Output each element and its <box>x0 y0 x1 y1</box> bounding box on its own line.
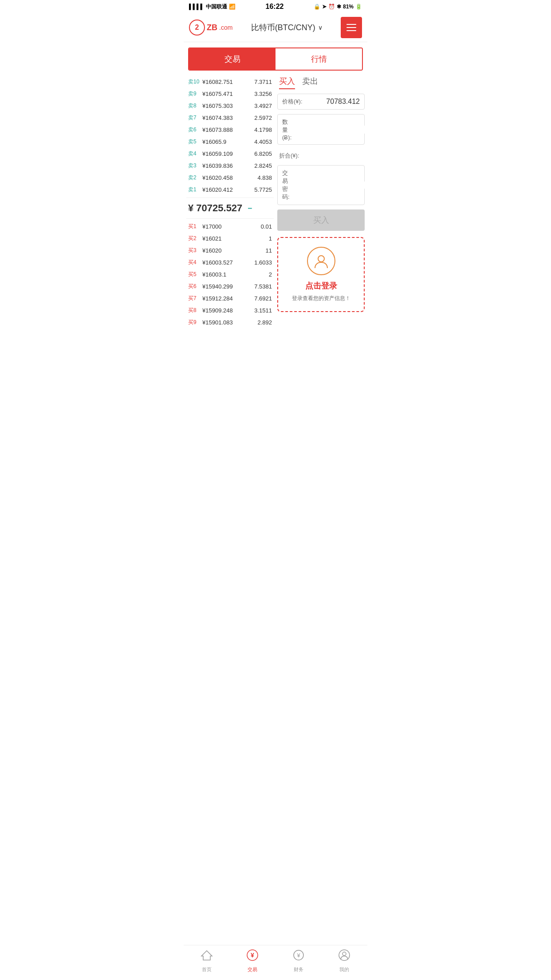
sell-qty: 7.3711 <box>254 79 272 85</box>
dropdown-arrow-icon: ∨ <box>318 24 323 31</box>
sell-qty: 6.8205 <box>254 150 272 157</box>
buy-price: ¥15909.248 <box>201 307 254 314</box>
sell-label: 卖7 <box>188 114 201 122</box>
buy-order-row[interactable]: 买1 ¥17000 0.01 <box>186 221 274 233</box>
location-icon: ➤ <box>322 4 327 10</box>
login-avatar <box>307 247 335 275</box>
svg-point-0 <box>318 256 324 262</box>
buy-qty: 11 <box>266 247 272 254</box>
sell-label: 卖5 <box>188 138 201 146</box>
sell-order-row[interactable]: 卖7 ¥16074.383 2.5972 <box>186 112 274 124</box>
login-panel: 点击登录 登录查看您的资产信息！ <box>277 237 365 312</box>
buy-order-row[interactable]: 买6 ¥15940.299 7.5381 <box>186 281 274 292</box>
sell-order-row[interactable]: 卖10 ¥16082.751 7.3711 <box>186 76 274 88</box>
logo-com: .com <box>219 24 232 31</box>
user-icon <box>313 253 329 269</box>
buy-order-row[interactable]: 买7 ¥15912.284 7.6921 <box>186 292 274 304</box>
sell-qty: 4.1798 <box>254 126 272 133</box>
sell-label: 卖4 <box>188 150 201 158</box>
password-row[interactable]: 交易密码: <box>277 165 365 205</box>
sell-label: 卖1 <box>188 186 201 194</box>
buy-qty: 2 <box>269 271 272 278</box>
login-link[interactable]: 点击登录 <box>283 281 359 291</box>
time: 16:22 <box>266 3 284 11</box>
logo-circle: 2 <box>189 20 205 36</box>
buy-order-row[interactable]: 买2 ¥16021 1 <box>186 233 274 245</box>
total-row: 折合(¥): <box>277 149 365 162</box>
sell-qty: 3.4927 <box>254 103 272 109</box>
buy-qty: 0.01 <box>261 223 272 230</box>
menu-button[interactable] <box>341 17 362 38</box>
price-row: 价格(¥): 70783.412 <box>277 94 365 110</box>
sell-qty: 2.5972 <box>254 115 272 121</box>
sell-order-row[interactable]: 卖2 ¥16020.458 4.838 <box>186 172 274 184</box>
sell-order-row[interactable]: 卖6 ¥16073.888 4.1798 <box>186 124 274 136</box>
sell-price: ¥16020.458 <box>201 174 257 181</box>
menu-line-1 <box>346 24 356 25</box>
logo-symbol: 2 <box>195 24 199 32</box>
qty-label: 数量(Ƀ): <box>282 118 291 141</box>
buy-qty: 7.6921 <box>254 295 272 302</box>
buy-order-row[interactable]: 买3 ¥16020 11 <box>186 245 274 257</box>
password-input[interactable] <box>290 182 367 189</box>
buy-qty: 1 <box>269 235 272 242</box>
sell-price: ¥16082.751 <box>201 79 254 85</box>
sell-order-row[interactable]: 卖4 ¥16059.109 6.8205 <box>186 148 274 160</box>
carrier: 中国联通 <box>206 3 227 11</box>
buy-order-row[interactable]: 买4 ¥16003.527 1.6033 <box>186 257 274 269</box>
alarm-icon: ⏰ <box>328 4 335 10</box>
sell-qty: 5.7725 <box>254 186 272 193</box>
buy-label: 买7 <box>188 295 201 302</box>
wifi-icon: 📶 <box>229 4 236 10</box>
mid-price-direction: － <box>246 203 254 213</box>
buy-price: ¥15912.284 <box>201 295 254 302</box>
buy-order-row[interactable]: 买8 ¥15909.248 3.1511 <box>186 304 274 316</box>
sell-price: ¥16075.471 <box>201 91 254 97</box>
sell-label: 卖3 <box>188 162 201 170</box>
buy-price: ¥15940.299 <box>201 283 254 290</box>
sell-order-row[interactable]: 卖1 ¥16020.412 5.7725 <box>186 184 274 196</box>
tab-market[interactable]: 行情 <box>276 48 362 70</box>
mid-price-value: ¥ 70725.527 <box>188 202 242 214</box>
sell-price: ¥16075.303 <box>201 103 254 109</box>
sell-label: 卖8 <box>188 102 201 110</box>
sell-order-row[interactable]: 卖5 ¥16065.9 4.4053 <box>186 136 274 148</box>
buy-order-row[interactable]: 买9 ¥15901.083 2.892 <box>186 316 274 328</box>
buy-qty: 1.6033 <box>254 259 272 266</box>
buy-price: ¥15901.083 <box>201 319 257 326</box>
sell-qty: 4.838 <box>257 174 272 181</box>
sell-order-row[interactable]: 卖3 ¥16039.836 2.8245 <box>186 160 274 172</box>
sell-order-row[interactable]: 卖9 ¥16075.471 3.3256 <box>186 88 274 100</box>
sell-price: ¥16039.836 <box>201 162 254 169</box>
buy-order-row[interactable]: 买5 ¥16003.1 2 <box>186 269 274 281</box>
order-book: 卖10 ¥16082.751 7.3711 卖9 ¥16075.471 3.32… <box>186 76 274 328</box>
password-label: 交易密码: <box>282 169 290 201</box>
buy-label: 买8 <box>188 307 201 314</box>
battery-icon: 🔋 <box>355 4 362 10</box>
lock-icon: 🔒 <box>314 4 320 10</box>
buy-label: 买9 <box>188 319 201 326</box>
sell-label: 卖2 <box>188 174 201 182</box>
qty-input[interactable] <box>291 126 367 134</box>
battery-percent: 81% <box>343 4 354 10</box>
logo[interactable]: 2 ZB.com <box>189 20 232 36</box>
sell-order-row[interactable]: 卖8 ¥16075.303 3.4927 <box>186 100 274 112</box>
sell-label: 卖10 <box>188 78 201 86</box>
buy-orders: 买1 ¥17000 0.01 买2 ¥16021 1 买3 ¥16020 11 … <box>186 221 274 328</box>
buy-label: 买6 <box>188 283 201 290</box>
header-title[interactable]: 比特币(BTC/CNY) ∨ <box>251 22 323 33</box>
sell-label: 卖9 <box>188 90 201 98</box>
menu-line-3 <box>346 30 356 31</box>
status-right: 🔒 ➤ ⏰ ✱ 81% 🔋 <box>314 4 362 10</box>
sell-price: ¥16074.383 <box>201 115 254 121</box>
tab-trade[interactable]: 交易 <box>189 48 276 70</box>
buy-qty: 3.1511 <box>254 307 272 314</box>
tab-buy[interactable]: 买入 <box>279 76 295 89</box>
tab-sell[interactable]: 卖出 <box>302 76 318 89</box>
buy-price: ¥16003.527 <box>201 259 254 266</box>
total-label: 折合(¥): <box>279 152 299 160</box>
buy-qty: 7.5381 <box>254 283 272 290</box>
qty-row[interactable]: 数量(Ƀ): <box>277 114 365 145</box>
buy-button[interactable]: 买入 <box>277 209 365 231</box>
buy-price: ¥16021 <box>201 235 269 242</box>
